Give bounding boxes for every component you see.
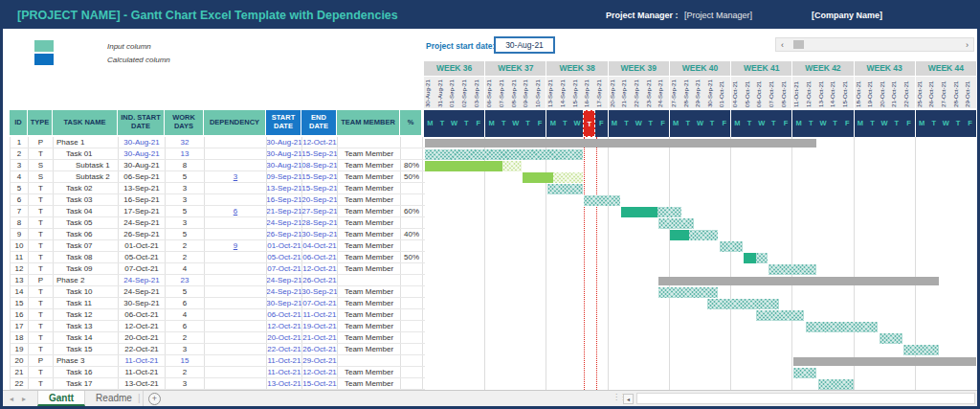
cell-member[interactable]: Team Member [338,217,401,228]
cell-days[interactable]: 4 [166,263,205,274]
cell-ind_start[interactable]: 30-Aug-21 [119,137,166,148]
cell-member[interactable]: Team Member [338,229,401,239]
cell-start[interactable]: 12-Oct-21 [267,321,302,331]
cell-end[interactable]: 15-Sep-21 [302,171,338,182]
cell-dep[interactable] [205,217,267,228]
cell-type[interactable]: S [29,160,54,170]
cell-member[interactable]: Team Member [338,298,401,308]
cell-name[interactable]: Phase 2 [54,275,119,285]
cell-type[interactable]: T [29,148,54,159]
cell-end[interactable]: 15-Sep-21 [302,148,338,159]
cell-name[interactable]: Task 11 [54,298,119,308]
cell-member[interactable] [338,275,401,285]
cell-id[interactable]: 11 [11,252,29,262]
cell-id[interactable]: 21 [11,367,29,377]
cell-start[interactable]: 21-Sep-21 [267,206,302,216]
cell-ind_start[interactable]: 17-Sep-21 [119,206,166,216]
cell-name[interactable]: Task 12 [54,309,119,320]
cell-dep[interactable] [205,229,267,239]
cell-start[interactable]: 30-Aug-21 [267,137,302,148]
cell-type[interactable]: T [29,344,54,354]
cell-dep[interactable]: 3 [205,171,267,182]
cell-name[interactable]: Task 15 [54,344,119,354]
cell-start[interactable]: 16-Sep-21 [267,194,302,205]
cell-start[interactable]: 26-Sep-21 [267,229,302,239]
cell-end[interactable]: 27-Sep-21 [302,206,338,216]
scroll-right-icon[interactable]: › [966,39,969,51]
dependency-link[interactable]: 9 [234,241,237,250]
cell-pct[interactable] [401,332,423,343]
cell-type[interactable]: T [29,263,54,274]
bottom-scroll-left-icon[interactable]: ◂ [623,394,634,404]
cell-member[interactable]: Team Member [338,183,401,193]
cell-type[interactable]: T [29,206,54,216]
cell-member[interactable]: Team Member [338,252,401,262]
cell-end[interactable]: 12-Oct-21 [302,137,338,148]
cell-pct[interactable] [401,240,423,251]
cell-days[interactable]: 2 [166,367,205,377]
cell-pct[interactable] [401,309,423,320]
cell-dep[interactable] [205,160,267,170]
cell-dep[interactable] [205,378,267,389]
cell-type[interactable]: T [29,183,54,193]
cell-pct[interactable] [401,321,423,331]
cell-end[interactable]: 28-Sep-21 [302,217,338,228]
cell-pct[interactable] [401,263,423,274]
cell-type[interactable]: T [29,240,54,251]
cell-name[interactable]: Task 09 [54,263,119,274]
cell-id[interactable]: 9 [11,229,29,239]
cell-ind_start[interactable]: 12-Oct-21 [119,321,166,331]
cell-pct[interactable] [401,275,423,285]
cell-member[interactable]: Team Member [338,309,401,320]
cell-days[interactable]: 5 [166,206,205,216]
cell-type[interactable]: T [29,332,54,343]
cell-name[interactable]: Task 02 [54,183,119,193]
cell-ind_start[interactable]: 07-Oct-21 [119,263,166,274]
cell-id[interactable]: 15 [11,298,29,308]
cell-member[interactable]: Team Member [338,160,401,170]
cell-end[interactable]: 04-Oct-21 [302,240,338,251]
cell-name[interactable]: Task 01 [54,148,119,159]
cell-member[interactable]: Team Member [338,240,401,251]
cell-id[interactable]: 3 [11,160,29,170]
cell-end[interactable]: 06-Oct-21 [302,252,338,262]
cell-id[interactable]: 19 [11,344,29,354]
cell-pct[interactable] [401,183,423,193]
cell-name[interactable]: Task 03 [54,194,119,205]
cell-dep[interactable] [205,275,267,285]
cell-member[interactable]: Team Member [338,148,401,159]
cell-end[interactable]: 21-Oct-21 [302,332,338,343]
cell-end[interactable]: 26-Oct-21 [302,344,338,354]
cell-end[interactable]: 29-Oct-21 [302,355,338,366]
cell-type[interactable]: P [29,137,54,148]
cell-dep[interactable] [205,321,267,331]
cell-member[interactable]: Team Member [338,344,401,354]
cell-end[interactable]: 11-Oct-21 [302,309,338,320]
cell-days[interactable]: 4 [166,309,205,320]
cell-dep[interactable] [205,344,267,354]
cell-name[interactable]: Task 13 [54,321,119,331]
cell-name[interactable]: Phase 3 [54,355,119,366]
sheet-nav-right-icon[interactable]: ▸ [22,395,26,403]
cell-id[interactable]: 18 [11,332,29,343]
project-start-date-input[interactable]: 30-Aug-21 [494,36,555,54]
dependency-link[interactable]: 6 [234,207,237,216]
cell-member[interactable]: Team Member [338,321,401,331]
cell-ind_start[interactable]: 24-Sep-21 [119,286,166,297]
cell-id[interactable]: 4 [11,171,29,182]
cell-pct[interactable] [401,367,423,377]
timeline-scrollbar[interactable]: ‹ › [775,37,974,52]
cell-days[interactable]: 6 [166,321,205,331]
cell-end[interactable]: 20-Sep-21 [302,194,338,205]
cell-type[interactable]: P [29,355,54,366]
cell-member[interactable]: Team Member [338,194,401,205]
tab-gantt[interactable]: Gantt [37,391,85,406]
cell-id[interactable]: 6 [11,194,29,205]
cell-days[interactable]: 32 [166,137,205,148]
cell-start[interactable]: 30-Aug-21 [267,148,302,159]
cell-pct[interactable] [401,148,423,159]
cell-start[interactable]: 01-Oct-21 [267,240,302,251]
cell-days[interactable]: 2 [166,240,205,251]
cell-type[interactable]: T [29,378,54,389]
cell-end[interactable]: 12-Oct-21 [302,367,338,377]
